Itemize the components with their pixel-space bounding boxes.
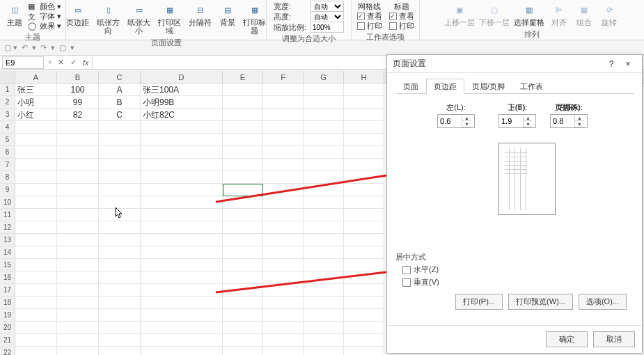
cell[interactable] — [57, 322, 99, 334]
cell[interactable] — [263, 334, 304, 347]
cell[interactable] — [57, 246, 99, 259]
cell[interactable] — [57, 309, 99, 322]
dialog-close-button[interactable]: × — [620, 59, 636, 69]
print-button[interactable]: 打印(P)... — [455, 294, 503, 310]
cell[interactable] — [344, 334, 384, 347]
cell[interactable] — [304, 347, 344, 355]
cell[interactable] — [304, 146, 344, 159]
cell[interactable] — [344, 134, 384, 146]
cell[interactable] — [141, 297, 223, 309]
cell[interactable] — [99, 171, 141, 184]
cell[interactable] — [15, 209, 57, 221]
cell[interactable] — [15, 221, 57, 234]
cell[interactable] — [141, 322, 223, 334]
cell[interactable] — [99, 271, 141, 284]
col-header[interactable]: E — [223, 71, 263, 83]
theme-button[interactable]: ◫ 主题 — [4, 1, 25, 28]
bring-forward-button[interactable]: ▣上移一层 — [443, 1, 476, 28]
cell[interactable] — [304, 209, 344, 221]
cell[interactable] — [344, 259, 384, 271]
center-horizontal-checkbox[interactable]: 水平(Z) — [402, 265, 634, 275]
cell[interactable] — [141, 271, 223, 284]
cell[interactable] — [304, 271, 344, 284]
cell[interactable] — [141, 209, 223, 221]
options-button[interactable]: 选项(O)... — [579, 294, 627, 310]
cancel-button[interactable]: 取消 — [593, 331, 635, 347]
cell[interactable]: 99 — [57, 96, 99, 109]
cell[interactable] — [57, 259, 99, 271]
cell[interactable] — [141, 196, 223, 209]
cell[interactable] — [263, 271, 304, 284]
cell[interactable] — [57, 171, 99, 184]
cell[interactable] — [263, 171, 304, 184]
redo-button[interactable]: ↷ — [40, 43, 47, 52]
cell[interactable] — [141, 221, 223, 234]
theme-font[interactable]: 文字体 ▾ — [28, 11, 61, 21]
scale-height-select[interactable]: 自动 — [311, 11, 344, 22]
cell[interactable] — [344, 171, 384, 184]
cell[interactable] — [304, 134, 344, 146]
cell[interactable] — [99, 184, 141, 196]
cell[interactable] — [263, 84, 304, 96]
cell[interactable] — [304, 322, 344, 334]
cell[interactable] — [223, 171, 263, 184]
cancel-edit-icon[interactable]: ✕ — [54, 58, 67, 67]
cell[interactable] — [304, 334, 344, 347]
cell[interactable] — [99, 309, 141, 322]
cell[interactable] — [141, 259, 223, 271]
cell[interactable] — [304, 159, 344, 171]
row-header[interactable]: 22 — [0, 347, 15, 355]
row-header[interactable]: 4 — [0, 121, 15, 134]
cell[interactable] — [344, 146, 384, 159]
cell[interactable] — [141, 309, 223, 322]
col-header[interactable]: F — [263, 71, 304, 83]
cell[interactable]: 小明 — [15, 96, 57, 109]
cell[interactable] — [99, 159, 141, 171]
cell[interactable] — [223, 259, 263, 271]
cell[interactable] — [15, 297, 57, 309]
cell[interactable]: 张三100A — [141, 84, 223, 96]
background-button[interactable]: ▤背景 — [217, 1, 238, 28]
cell[interactable] — [344, 96, 384, 109]
cell[interactable] — [223, 209, 263, 221]
col-header[interactable]: H — [344, 71, 384, 83]
cell[interactable]: B — [99, 96, 141, 109]
col-header[interactable]: D — [141, 71, 223, 83]
breaks-button[interactable]: ⊟分隔符 — [187, 1, 214, 28]
cell[interactable] — [99, 121, 141, 134]
col-header[interactable]: G — [304, 71, 344, 83]
cell[interactable] — [263, 221, 304, 234]
cell[interactable] — [57, 284, 99, 297]
cell[interactable] — [57, 196, 99, 209]
left-margin-input[interactable]: ▲▼ — [437, 114, 475, 128]
row-header[interactable]: 2 — [0, 96, 15, 109]
margins-button[interactable]: ▭页边距 — [64, 1, 92, 28]
cell[interactable] — [223, 334, 263, 347]
cell[interactable]: 100 — [57, 84, 99, 96]
cell[interactable] — [344, 322, 384, 334]
cell[interactable] — [15, 347, 57, 355]
tab-sheet[interactable]: 工作表 — [512, 79, 551, 94]
cell[interactable] — [304, 234, 344, 246]
cell[interactable] — [15, 171, 57, 184]
cell[interactable] — [57, 121, 99, 134]
name-box[interactable] — [2, 56, 44, 69]
cell[interactable]: C — [99, 109, 141, 121]
cell[interactable] — [304, 196, 344, 209]
cell[interactable] — [15, 246, 57, 259]
tab-margins[interactable]: 页边距 — [426, 79, 464, 94]
cell[interactable] — [263, 309, 304, 322]
size-button[interactable]: ▭纸张大小 — [125, 1, 153, 36]
cell[interactable] — [99, 234, 141, 246]
cell[interactable] — [263, 146, 304, 159]
cell[interactable] — [99, 284, 141, 297]
cell[interactable] — [304, 121, 344, 134]
cell[interactable] — [223, 121, 263, 134]
cell[interactable] — [15, 134, 57, 146]
cell[interactable] — [99, 221, 141, 234]
theme-color[interactable]: ▦颜色 ▾ — [28, 1, 61, 11]
cell[interactable] — [15, 309, 57, 322]
cell[interactable] — [15, 196, 57, 209]
headings-view[interactable]: 查看 — [389, 11, 414, 21]
cell[interactable] — [344, 196, 384, 209]
